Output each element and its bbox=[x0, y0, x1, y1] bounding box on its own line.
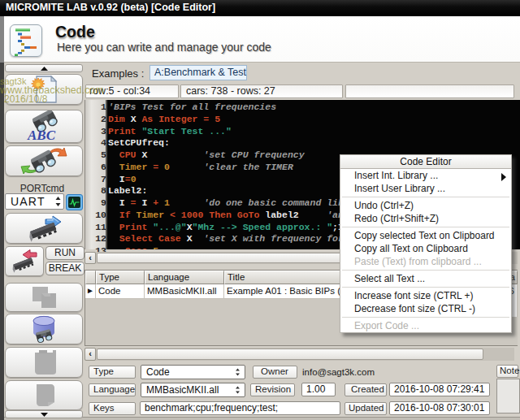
svg-text:ABC: ABC bbox=[27, 128, 56, 142]
